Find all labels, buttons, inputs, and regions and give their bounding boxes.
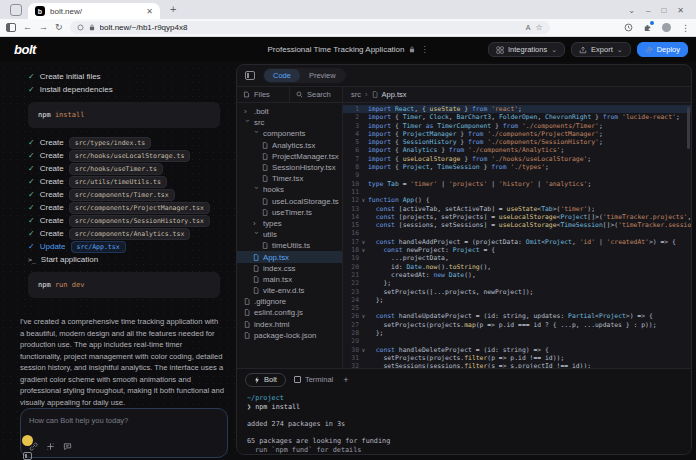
file-path-badge[interactable]: src/components/ProjectManager.tsx: [69, 202, 210, 214]
code-line-2[interactable]: 2import { Timer, Clock, BarChart3, Folde…: [343, 113, 691, 121]
tree-folder-hooks[interactable]: ›hooks: [237, 184, 342, 195]
code-line-20[interactable]: 20 id: Date.now().toString(),: [343, 263, 691, 271]
toggle-panel-icon[interactable]: [245, 71, 255, 80]
chat-code-block[interactable]: npm run dev: [28, 272, 220, 298]
tree-file-useTimer.ts[interactable]: useTimer.ts: [237, 207, 342, 218]
code-line-6[interactable]: 6import { Analytics } from './components…: [343, 146, 691, 154]
file-path-badge[interactable]: src/hooks/useTimer.ts: [69, 163, 163, 175]
code-line-4[interactable]: 4import { ProjectManager } from './compo…: [343, 130, 691, 138]
code-line-31[interactable]: 31 setProjects(projects.filter(p => p.id…: [343, 354, 691, 362]
file-path-badge[interactable]: src/App.tsx: [71, 241, 126, 253]
extensions-puzzle-icon[interactable]: [643, 23, 652, 32]
code-line-5[interactable]: 5import { SessionHistory } from './compo…: [343, 138, 691, 146]
code-line-12[interactable]: 12∨function App() {: [343, 196, 691, 204]
code-line-11[interactable]: 11: [343, 188, 691, 196]
collapse-sidebar-icon[interactable]: [23, 452, 32, 460]
code-line-29[interactable]: 29: [343, 337, 691, 345]
code-line-28[interactable]: 28 };: [343, 329, 691, 337]
file-path-badge[interactable]: src/hooks/useLocalStorage.ts: [69, 150, 191, 162]
tree-folder-.bolt[interactable]: ›.bolt: [237, 106, 342, 117]
code-line-10[interactable]: 10type Tab = 'timer' | 'projects' | 'his…: [343, 180, 691, 188]
new-tab-button[interactable]: +: [170, 3, 176, 15]
tree-folder-utils[interactable]: ›utils: [237, 229, 342, 240]
integrations-button[interactable]: Integrations ⌄: [488, 42, 565, 57]
profile-avatar[interactable]: [662, 23, 671, 32]
new-terminal-button[interactable]: +: [343, 375, 348, 385]
file-path-badge[interactable]: src/components/Analytics.tsx: [69, 228, 191, 240]
extension-clock-icon[interactable]: [624, 23, 633, 32]
code-line-16[interactable]: 16: [343, 229, 691, 237]
tree-file-SessionHistory.tsx[interactable]: SessionHistory.tsx: [237, 162, 342, 173]
code-line-21[interactable]: 21 createdAt: new Date(),: [343, 271, 691, 279]
tab-group-icon[interactable]: [10, 4, 22, 16]
browser-tab[interactable]: b bolt.new/ ✕: [28, 3, 160, 19]
bolt-logo[interactable]: bolt: [14, 42, 36, 57]
chat-code-block[interactable]: npm install: [28, 102, 220, 128]
export-button[interactable]: Export ⌄: [571, 42, 631, 57]
tree-file-ProjectManager.tsx[interactable]: ProjectManager.tsx: [237, 151, 342, 162]
code-line-15[interactable]: 15 const [sessions, setSessions] = useLo…: [343, 221, 691, 229]
chat-input-box[interactable]: [20, 408, 228, 458]
address-bar[interactable]: bolt.new/~/hb1-r9qyp4x8 A ☆: [70, 21, 550, 34]
tab-search-chevron-icon[interactable]: ⌄: [628, 6, 635, 15]
files-header[interactable]: Files: [237, 87, 289, 102]
file-path-badge[interactable]: src/utils/timeUtils.ts: [69, 176, 167, 188]
tree-file-App.tsx[interactable]: App.tsx: [237, 251, 342, 262]
enhance-icon[interactable]: [46, 442, 55, 451]
deploy-button[interactable]: Deploy: [637, 42, 688, 57]
translate-icon[interactable]: A: [526, 24, 531, 31]
code-line-27[interactable]: 27 setProjects(projects.map(p => p.id ==…: [343, 321, 691, 329]
code-line-22[interactable]: 22 };: [343, 279, 691, 287]
code-line-23[interactable]: 23 setProjects([...projects, newProject]…: [343, 288, 691, 296]
terminal-output[interactable]: ~/project❯ npm install added 274 package…: [237, 390, 691, 454]
code-line-7[interactable]: 7import { useLocalStorage } from './hook…: [343, 155, 691, 163]
chat-mode-icon[interactable]: [63, 442, 72, 451]
bookmark-star-icon[interactable]: ☆: [535, 23, 542, 32]
code-line-1[interactable]: 1import React, { useState } from 'react'…: [343, 105, 691, 113]
tree-file-Analytics.tsx[interactable]: Analytics.tsx: [237, 140, 342, 151]
tab-close-icon[interactable]: ✕: [146, 7, 153, 16]
file-path-badge[interactable]: src/types/index.ts: [69, 137, 151, 149]
code-line-19[interactable]: 19 ...projectData,: [343, 254, 691, 262]
code-line-24[interactable]: 24 };: [343, 296, 691, 304]
code-line-13[interactable]: 13 const [activeTab, setActiveTab] = use…: [343, 205, 691, 213]
code-line-18[interactable]: 18∨ const newProject: Project = {: [343, 246, 691, 254]
tree-file-eslint.config.js[interactable]: eslint.config.js: [237, 307, 342, 318]
tree-file-timeUtils.ts[interactable]: timeUtils.ts: [237, 240, 342, 251]
tree-file-Timer.tsx[interactable]: Timer.tsx: [237, 173, 342, 184]
help-badge[interactable]: [22, 435, 33, 446]
file-path-badge[interactable]: src/components/SessionHistory.tsx: [69, 215, 210, 227]
code-line-14[interactable]: 14 const [projects, setProjects] = useLo…: [343, 213, 691, 221]
side-panel-icon[interactable]: [6, 23, 16, 32]
tree-file-index.html[interactable]: index.html: [237, 319, 342, 330]
code-line-9[interactable]: 9: [343, 171, 691, 179]
reload-icon[interactable]: ↻: [55, 23, 63, 32]
tab-code[interactable]: Code: [264, 69, 300, 82]
breadcrumb-folder[interactable]: src: [351, 90, 361, 99]
editor-scrollbar[interactable]: [687, 107, 690, 149]
file-path-badge[interactable]: src/components/Timer.tsx: [69, 189, 175, 201]
tree-file-index.css[interactable]: index.css: [237, 263, 342, 274]
site-info-icon[interactable]: [77, 24, 84, 31]
forward-icon[interactable]: →: [39, 23, 48, 32]
search-button[interactable]: Search: [289, 87, 342, 102]
code-line-8[interactable]: 8import { Project, TimeSession } from '.…: [343, 163, 691, 171]
tree-file-vite-env.d.ts[interactable]: vite-env.d.ts: [237, 285, 342, 296]
tree-file-main.tsx[interactable]: main.tsx: [237, 274, 342, 285]
tree-folder-types[interactable]: ›types: [237, 218, 342, 229]
tree-folder-src[interactable]: ›src: [237, 117, 342, 128]
code-line-17[interactable]: 17∨ const handleAddProject = (projectDat…: [343, 238, 691, 246]
terminal-tab-bolt[interactable]: Bolt: [245, 373, 286, 387]
code-line-32[interactable]: 32 setSessions(sessions.filter(s => s.pr…: [343, 362, 691, 368]
browser-menu-icon[interactable]: ⋮: [681, 23, 690, 33]
tree-file-package-lock.json[interactable]: package-lock.json: [237, 330, 342, 341]
breadcrumb-file[interactable]: App.tsx: [382, 90, 407, 99]
terminal-tab-terminal[interactable]: Terminal: [294, 375, 333, 384]
tab-preview[interactable]: Preview: [300, 69, 345, 82]
code-line-3[interactable]: 3import { Timer as TimerComponent } from…: [343, 122, 691, 130]
code-line-26[interactable]: 26∨ const handleUpdateProject = (id: str…: [343, 312, 691, 320]
back-icon[interactable]: ←: [23, 23, 32, 32]
tree-file-useLocalStorage.ts[interactable]: useLocalStorage.ts: [237, 196, 342, 207]
code-line-25[interactable]: 25: [343, 304, 691, 312]
tree-file-.gitignore[interactable]: .gitignore: [237, 296, 342, 307]
